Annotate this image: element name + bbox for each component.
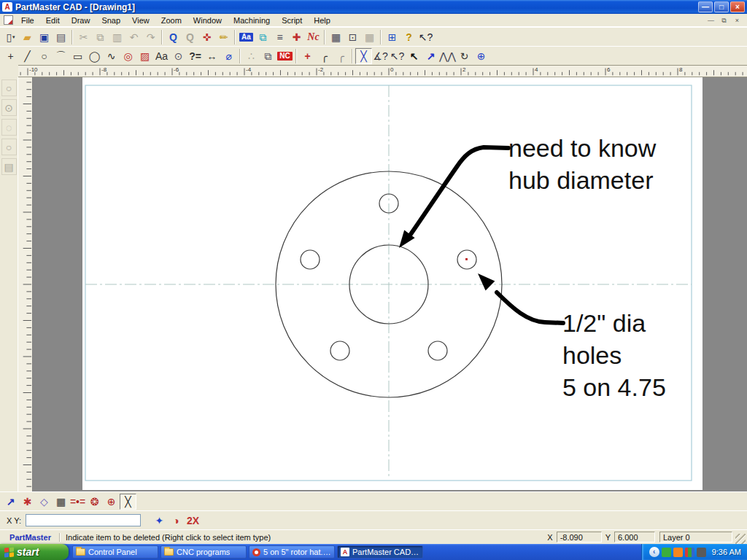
tray-icon-3[interactable] (685, 548, 694, 557)
zoom-in-button[interactable]: Q (165, 29, 182, 45)
dim-query-button[interactable]: ?= (187, 48, 204, 64)
menu-item-view[interactable]: View (126, 15, 155, 26)
task-button-control-panel[interactable]: Control Panel (72, 545, 158, 559)
annotation-text-2-line-1: 1/2" dia (562, 309, 646, 337)
datum-symbol-button[interactable]: ◑ (168, 513, 185, 529)
folder-icon (164, 548, 174, 556)
move-tool-button-icon: ↗ (427, 51, 436, 61)
draw-point-button[interactable]: + (2, 48, 19, 64)
coordinate-entry-button-icon: ✦ (155, 516, 164, 526)
draw-spline-button[interactable]: ∿ (103, 48, 120, 64)
snap-middle-button[interactable]: =•= (69, 494, 86, 510)
tray-icon-1[interactable] (662, 548, 671, 557)
save-button[interactable]: ▣ (36, 29, 53, 45)
menu-item-help[interactable]: Help (308, 15, 336, 26)
grid-snap-button[interactable]: ⊡ (344, 29, 361, 45)
snap-center-button[interactable]: ⊕ (103, 494, 120, 510)
snap-quadrant-button[interactable]: ❂ (86, 494, 103, 510)
maximize-button[interactable]: □ (714, 1, 729, 12)
datum-symbol-button-icon: ◑ (173, 516, 179, 526)
toolbar-separator (161, 30, 163, 44)
context-help-button[interactable]: ↖? (417, 29, 434, 45)
document-minimize-button[interactable]: — (705, 15, 716, 25)
text-style-button[interactable]: Aa (238, 29, 255, 45)
draw-ellipse-button[interactable]: ◯ (86, 48, 103, 64)
help-button[interactable]: ? (400, 29, 417, 45)
draw-text-button[interactable]: Aa (153, 48, 170, 64)
menu-item-machining[interactable]: Machining (228, 15, 276, 26)
resize-grip[interactable] (735, 534, 746, 544)
point-marker-button[interactable]: + (299, 48, 316, 64)
tray-icon-4[interactable] (697, 548, 706, 557)
menu-item-edit[interactable]: Edit (40, 15, 66, 26)
grid-xy-button[interactable]: ▦ (328, 29, 344, 45)
snap-point-button-icon: ✱ (23, 497, 32, 507)
menu-item-file[interactable]: File (15, 15, 40, 26)
tray-chevron-button[interactable]: ‹ (649, 547, 659, 557)
fillet-button[interactable]: ╭ (316, 48, 333, 64)
snap-vertex-button[interactable]: ◇ (36, 494, 53, 510)
menu-item-script[interactable]: Script (276, 15, 308, 26)
centerline-style-button[interactable]: ✚ (288, 29, 305, 45)
xy-input[interactable] (26, 514, 141, 526)
minimize-button[interactable]: — (698, 1, 713, 12)
move-tool-button[interactable]: ↗ (422, 48, 439, 64)
nc-generate-button[interactable]: NC (276, 48, 293, 64)
draw-line-button[interactable]: ╱ (19, 48, 36, 64)
draw-circle-button[interactable]: ○ (36, 48, 53, 64)
drawing-canvas[interactable]: need to knowhub diameter1/2" diaholes5 o… (33, 77, 747, 491)
draw-rect-button[interactable]: ▭ (69, 48, 86, 64)
open-button[interactable]: ▰ (19, 29, 36, 45)
document-close-button[interactable]: × (732, 15, 743, 25)
nc-style-button[interactable]: Nc (305, 29, 322, 45)
menu-item-zoom[interactable]: Zoom (155, 15, 187, 26)
sheets-button[interactable]: ⧉ (260, 48, 276, 64)
zoom-out-button: Q (182, 29, 198, 45)
select-cursor-button-icon: ↖ (410, 51, 419, 61)
start-button[interactable]: start (0, 544, 69, 560)
calculator-button[interactable]: ⊞ (384, 29, 400, 45)
task-button-5-on-5-rotor-hat-o[interactable]: 5 on 5" rotor hat. - O... (249, 545, 335, 559)
task-button-cnc-programs[interactable]: CNC programs (160, 545, 247, 559)
dim-query-button-icon: ?= (189, 51, 201, 61)
app-icon: A (2, 2, 12, 12)
layers-button[interactable]: ⧉ (255, 29, 271, 45)
delete-button[interactable]: ╳ (355, 48, 372, 64)
new-drawing-button[interactable]: ▯▾ (2, 29, 19, 45)
task-button-partmaster-cad-dr[interactable]: APartMaster CAD - [Dr... (337, 545, 423, 559)
select-cursor-button[interactable]: ↖ (406, 48, 422, 64)
mirror-button[interactable]: ⋀⋀ (439, 48, 456, 64)
coordinate-entry-button[interactable]: ✦ (151, 513, 168, 529)
ellipse-tool-button: ○ (1, 139, 17, 155)
line-style-button[interactable]: ≡ (271, 29, 288, 45)
sketch-pencil-button[interactable]: ✏ (215, 29, 232, 45)
print-button[interactable]: ▤ (53, 29, 69, 45)
dim-linear-button[interactable]: ↔ (204, 48, 220, 64)
rotate-button[interactable]: ↻ (456, 48, 473, 64)
annotation-text-2-line-2: holes (562, 341, 622, 369)
draw-tangent-circle-button[interactable]: ◎ (120, 48, 136, 64)
menu-item-window[interactable]: Window (187, 15, 228, 26)
task-label: Control Panel (88, 548, 137, 556)
draw-hatch-button[interactable]: ▨ (136, 48, 153, 64)
snap-intersection-button[interactable]: ╳ (120, 494, 136, 510)
document-restore-button[interactable]: ⧉ (719, 15, 729, 25)
fillet-trim-button[interactable]: ╭ (333, 48, 349, 64)
move-coordinates-button[interactable]: ⊕ (473, 48, 489, 64)
menu-item-snap[interactable]: Snap (96, 15, 126, 26)
dim-diameter-button[interactable]: ⌀ (220, 48, 237, 64)
draw-arc-button[interactable]: ⌒ (53, 48, 69, 64)
item-query-button[interactable]: ↖? (389, 48, 406, 64)
cut-button-icon: ✂ (80, 32, 88, 42)
pan-button[interactable]: ✜ (198, 29, 215, 45)
snap-grid-button[interactable]: ▦ (53, 494, 69, 510)
label-tool-button[interactable]: ⊙ (170, 48, 187, 64)
svg-text:6: 6 (607, 66, 610, 72)
menu-item-draw[interactable]: Draw (66, 15, 96, 26)
zoom-2x-button[interactable]: 2X (185, 513, 201, 529)
snap-point-button[interactable]: ✱ (19, 494, 36, 510)
close-button[interactable]: × (730, 1, 745, 12)
snap-free-button[interactable]: ↗ (2, 494, 19, 510)
tray-icon-2[interactable] (673, 548, 683, 557)
angle-query-button[interactable]: ∡? (372, 48, 389, 64)
